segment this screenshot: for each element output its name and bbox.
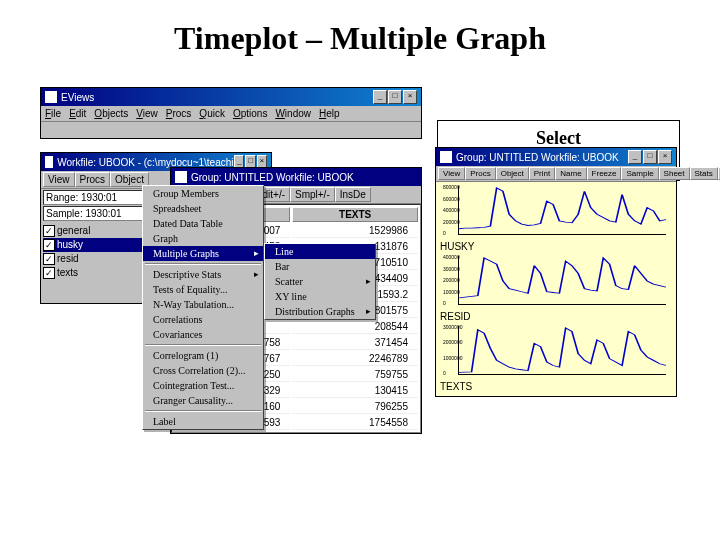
eviews-menubar[interactable]: FileEditObjectsViewProcsQuickOptionsWind… bbox=[41, 106, 421, 121]
toolbar-smpl[interactable]: Smpl+/- bbox=[290, 187, 335, 202]
group-icon bbox=[175, 171, 187, 183]
menu-item-granger-causality---[interactable]: Granger Causality... bbox=[143, 393, 263, 408]
group-icon bbox=[440, 151, 452, 163]
menu-item-multiple-graphs[interactable]: Multiple Graphs bbox=[143, 246, 263, 261]
menu-view[interactable]: View bbox=[136, 108, 158, 119]
cell: 1754558 bbox=[292, 416, 418, 430]
toolbar-print[interactable]: Print bbox=[529, 167, 555, 180]
cell: 759755 bbox=[292, 368, 418, 382]
toolbar-view[interactable]: View bbox=[438, 167, 465, 180]
checkbox-icon: ✓ bbox=[43, 267, 55, 279]
menu-item-label[interactable]: Label bbox=[143, 414, 263, 429]
menu-item-group-members[interactable]: Group Members bbox=[143, 186, 263, 201]
toolbar-procs[interactable]: Procs bbox=[465, 167, 495, 180]
menu-item-covariances[interactable]: Covariances bbox=[143, 327, 263, 342]
maximize-button[interactable]: □ bbox=[643, 150, 657, 164]
multiple-graphs-submenu[interactable]: LineBarScatterXY lineDistribution Graphs bbox=[264, 243, 376, 320]
view-context-menu[interactable]: Group MembersSpreadsheetDated Data Table… bbox=[142, 185, 264, 430]
toolbar-stats[interactable]: Stats bbox=[690, 167, 718, 180]
chart-texts: 3000000200000010000000 bbox=[458, 326, 666, 375]
toolbar-view[interactable]: View bbox=[43, 172, 75, 187]
menu-window[interactable]: Window bbox=[275, 108, 311, 119]
menu-item-tests-of-equality---[interactable]: Tests of Equality... bbox=[143, 282, 263, 297]
cell: 130415 bbox=[292, 384, 418, 398]
menu-item-scatter[interactable]: Scatter bbox=[265, 274, 375, 289]
group-title: Group: UNTITLED Workfile: UBOOK bbox=[191, 172, 354, 183]
cell: 208544 bbox=[292, 320, 418, 334]
series-label: texts bbox=[57, 266, 78, 280]
menu-item-cointegration-test---[interactable]: Cointegration Test... bbox=[143, 378, 263, 393]
close-button[interactable]: × bbox=[658, 150, 672, 164]
menu-quick[interactable]: Quick bbox=[199, 108, 225, 119]
toolbar-sheet[interactable]: Sheet bbox=[659, 167, 690, 180]
menu-item-n-way-tabulation---[interactable]: N-Way Tabulation... bbox=[143, 297, 263, 312]
chart-xlabel: RESID bbox=[440, 311, 672, 322]
menu-item-xy-line[interactable]: XY line bbox=[265, 289, 375, 304]
menu-procs[interactable]: Procs bbox=[166, 108, 192, 119]
eviews-titlebar[interactable]: EViews _ □ × bbox=[41, 88, 421, 106]
menu-item-correlations[interactable]: Correlations bbox=[143, 312, 263, 327]
chart-titlebar[interactable]: Group: UNTITLED Workfile: UBOOK _ □ × bbox=[436, 148, 676, 166]
menu-objects[interactable]: Objects bbox=[94, 108, 128, 119]
menu-item-distribution-graphs[interactable]: Distribution Graphs bbox=[265, 304, 375, 319]
menu-item-spreadsheet[interactable]: Spreadsheet bbox=[143, 201, 263, 216]
cell: 1529986 bbox=[292, 224, 418, 238]
eviews-title: EViews bbox=[61, 92, 94, 103]
checkbox-icon: ✓ bbox=[43, 239, 55, 251]
checkbox-icon: ✓ bbox=[43, 225, 55, 237]
chart-window-title: Group: UNTITLED Workfile: UBOOK bbox=[456, 152, 619, 163]
menu-item-graph[interactable]: Graph bbox=[143, 231, 263, 246]
cell: 796255 bbox=[292, 400, 418, 414]
eviews-main-window: EViews _ □ × FileEditObjectsViewProcsQui… bbox=[40, 87, 422, 139]
menu-item-bar[interactable]: Bar bbox=[265, 259, 375, 274]
minimize-button[interactable]: _ bbox=[373, 90, 387, 104]
chart-toolbar: ViewProcsObjectPrintNameFreezeSampleShee… bbox=[436, 166, 676, 182]
close-button[interactable]: × bbox=[403, 90, 417, 104]
workfile-icon bbox=[45, 156, 53, 168]
menu-item-correlogram----[interactable]: Correlogram (1) bbox=[143, 348, 263, 363]
toolbar-object[interactable]: Object bbox=[496, 167, 529, 180]
toolbar-sample[interactable]: Sample bbox=[621, 167, 658, 180]
chart-xlabel: HUSKY bbox=[440, 241, 672, 252]
toolbar-name[interactable]: Name bbox=[555, 167, 586, 180]
toolbar-insde[interactable]: InsDe bbox=[335, 187, 371, 202]
series-label: general bbox=[57, 224, 90, 238]
menu-help[interactable]: Help bbox=[319, 108, 340, 119]
slide-title: Timeplot – Multiple Graph bbox=[0, 20, 720, 57]
menu-item-cross-correlation-------[interactable]: Cross Correlation (2)... bbox=[143, 363, 263, 378]
menu-options[interactable]: Options bbox=[233, 108, 267, 119]
cell: 371454 bbox=[292, 336, 418, 350]
workfile-title: Workfile: UBOOK - (c:\mydocu~1\teaching\… bbox=[57, 157, 233, 168]
menu-edit[interactable]: Edit bbox=[69, 108, 86, 119]
menu-item-line[interactable]: Line bbox=[265, 244, 375, 259]
chart-area: 8000006000004000002000000HUSKY4000003000… bbox=[436, 182, 676, 396]
minimize-button[interactable]: _ bbox=[628, 150, 642, 164]
cell: 2246789 bbox=[292, 352, 418, 366]
toolbar-procs[interactable]: Procs bbox=[75, 172, 111, 187]
chart-resid: 4000003000002000001000000 bbox=[458, 256, 666, 305]
toolbar-freeze[interactable]: Freeze bbox=[587, 167, 622, 180]
col-header[interactable]: TEXTS bbox=[292, 207, 418, 222]
checkbox-icon: ✓ bbox=[43, 253, 55, 265]
series-label: husky bbox=[57, 238, 83, 252]
app-icon bbox=[45, 91, 57, 103]
menu-file[interactable]: File bbox=[45, 108, 61, 119]
chart-window: Group: UNTITLED Workfile: UBOOK _ □ × Vi… bbox=[435, 147, 677, 397]
maximize-button[interactable]: □ bbox=[388, 90, 402, 104]
menu-item-dated-data-table[interactable]: Dated Data Table bbox=[143, 216, 263, 231]
chart-husky: 8000006000004000002000000 bbox=[458, 186, 666, 235]
chart-xlabel: TEXTS bbox=[440, 381, 672, 392]
menu-item-descriptive-stats[interactable]: Descriptive Stats bbox=[143, 267, 263, 282]
series-label: resid bbox=[57, 252, 79, 266]
